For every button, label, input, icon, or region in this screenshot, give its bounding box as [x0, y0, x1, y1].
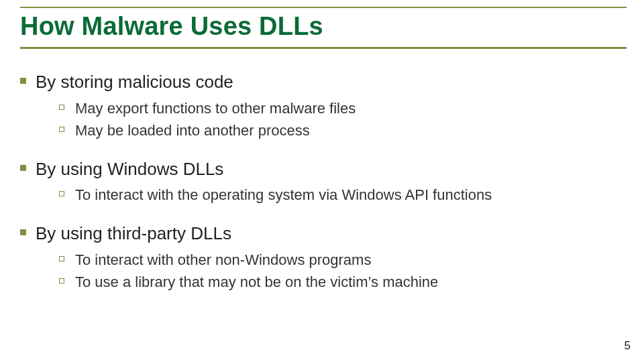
title-rule-bottom — [20, 47, 627, 49]
open-square-bullet-icon — [59, 256, 64, 261]
bullet-level2: To use a library that may not be on the … — [59, 272, 624, 292]
open-square-bullet-icon — [59, 127, 64, 132]
bullet-text: To use a library that may not be on the … — [75, 272, 438, 292]
open-square-bullet-icon — [59, 278, 64, 284]
square-bullet-icon — [20, 165, 26, 171]
page-number: 5 — [625, 339, 631, 353]
open-square-bullet-icon — [59, 191, 64, 196]
slide-content: By storing malicious code May export fun… — [20, 67, 624, 310]
slide: How Malware Uses DLLs By storing malicio… — [0, 0, 644, 362]
bullet-text: To interact with the operating system vi… — [75, 185, 492, 205]
bullet-level1: By using Windows DLLs — [20, 158, 624, 180]
bullet-level2: May export functions to other malware fi… — [59, 99, 624, 119]
bullet-level2: May be loaded into another process — [59, 121, 624, 141]
bullet-text: May export functions to other malware fi… — [75, 99, 356, 119]
bullet-level1: By storing malicious code — [20, 71, 624, 93]
bullet-level2: To interact with other non-Windows progr… — [59, 250, 624, 270]
sub-bullets: To interact with other non-Windows progr… — [59, 250, 624, 292]
square-bullet-icon — [20, 229, 26, 235]
square-bullet-icon — [20, 78, 26, 84]
title-rule-top — [20, 7, 627, 8]
sub-bullets: To interact with the operating system vi… — [59, 185, 624, 205]
bullet-heading: By storing malicious code — [36, 71, 233, 93]
sub-bullets: May export functions to other malware fi… — [59, 99, 624, 141]
bullet-heading: By using third-party DLLs — [36, 223, 231, 245]
open-square-bullet-icon — [59, 105, 64, 110]
bullet-level1: By using third-party DLLs — [20, 223, 624, 245]
bullet-heading: By using Windows DLLs — [36, 158, 223, 180]
bullet-text: To interact with other non-Windows progr… — [75, 250, 371, 270]
bullet-level2: To interact with the operating system vi… — [59, 185, 624, 205]
bullet-text: May be loaded into another process — [75, 121, 310, 141]
slide-title: How Malware Uses DLLs — [20, 12, 323, 41]
